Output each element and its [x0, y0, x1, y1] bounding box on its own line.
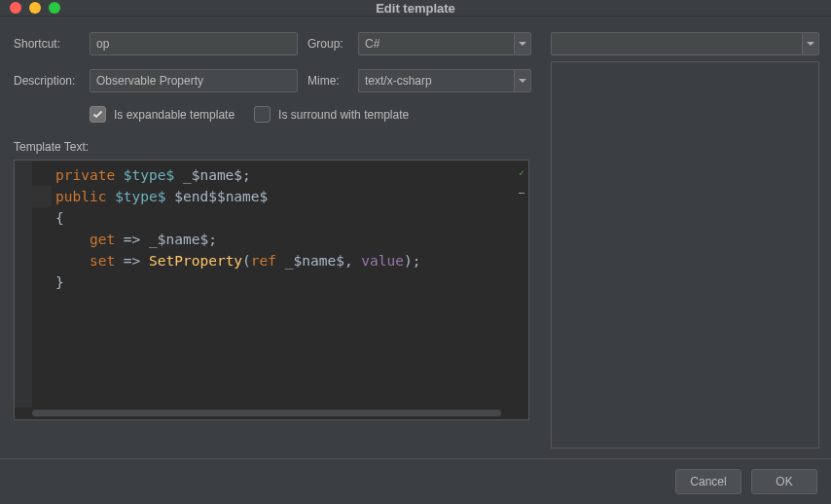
description-label: Description: — [14, 74, 80, 88]
mime-dropdown[interactable]: text/x-csharp — [358, 69, 531, 92]
minimize-icon[interactable] — [29, 2, 41, 14]
editor-gutter — [15, 161, 32, 408]
maximize-icon[interactable] — [49, 2, 60, 14]
close-icon[interactable] — [10, 2, 21, 14]
mime-label: Mime: — [307, 74, 348, 88]
code-content[interactable]: private $type$ _$name$; public $type$ $e… — [15, 161, 528, 297]
group-value: C# — [358, 32, 514, 55]
dash-icon: — — [519, 182, 524, 203]
chevron-down-icon[interactable] — [802, 32, 819, 55]
check-icon: ✓ — [519, 162, 524, 184]
window-title: Edit template — [376, 1, 455, 16]
titlebar: Edit template — [0, 0, 831, 17]
ok-button[interactable]: OK — [751, 469, 817, 494]
mime-value: text/x-csharp — [358, 69, 514, 92]
template-text-label: Template Text: — [14, 140, 531, 154]
variable-dropdown[interactable] — [551, 32, 819, 55]
shortcut-label: Shortcut: — [14, 37, 80, 51]
traffic-lights — [10, 2, 60, 14]
cancel-button[interactable]: Cancel — [675, 469, 741, 494]
chevron-down-icon[interactable] — [514, 69, 531, 92]
group-dropdown[interactable]: C# — [358, 32, 531, 55]
template-editor[interactable]: ✓ — private $type$ _$name$; public $type… — [14, 160, 529, 420]
group-label: Group: — [307, 37, 348, 51]
expandable-label: Is expandable template — [114, 108, 235, 122]
dialog-footer: Cancel OK — [0, 458, 831, 504]
horizontal-scrollbar[interactable] — [32, 410, 501, 416]
surround-label: Is surround with template — [278, 108, 409, 122]
variable-value — [551, 32, 802, 55]
expandable-checkbox[interactable] — [90, 106, 106, 123]
variable-list[interactable] — [551, 61, 819, 449]
shortcut-input[interactable] — [90, 32, 298, 55]
surround-checkbox[interactable] — [254, 106, 271, 123]
description-input[interactable] — [90, 69, 298, 92]
chevron-down-icon[interactable] — [514, 32, 531, 55]
caret-line — [32, 186, 52, 207]
